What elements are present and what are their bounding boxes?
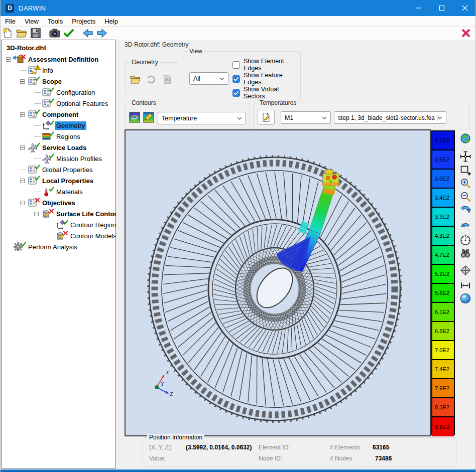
ok-check-icon bbox=[49, 87, 54, 92]
zoom-window-button[interactable] bbox=[459, 164, 471, 176]
zoom-out-button[interactable] bbox=[459, 191, 471, 203]
world-button[interactable] bbox=[459, 132, 471, 144]
zoom-in-icon bbox=[459, 178, 471, 190]
tree-item-info[interactable]: Info bbox=[2, 65, 115, 76]
tree-expander-icon[interactable] bbox=[6, 57, 11, 62]
open-geometry-button[interactable] bbox=[129, 73, 142, 86]
menubar: FileViewToolsProjectsHelp bbox=[1, 16, 476, 27]
tree-item-service-loads[interactable]: Service Loads bbox=[2, 142, 115, 153]
tree-item-mission-profiles[interactable]: Mission Profiles bbox=[2, 153, 115, 164]
tree-branch-line bbox=[34, 125, 41, 126]
tree-item-surface-life-contours[interactable]: Surface Life Contours bbox=[2, 208, 115, 219]
step-value: step 1, 3d_blade_slot2-sector.us.fea [1] bbox=[338, 114, 437, 121]
warning-icon bbox=[35, 65, 41, 70]
tree-item-global-properties[interactable]: Global Properties bbox=[2, 164, 115, 175]
shaded-sphere-button[interactable] bbox=[459, 292, 471, 304]
contour-variable-dropdown[interactable]: Temperature bbox=[158, 112, 246, 124]
menu-view[interactable]: View bbox=[20, 16, 43, 27]
tree-expander-icon[interactable] bbox=[20, 145, 25, 150]
geometry-group: Geometry bbox=[125, 62, 178, 93]
validate-button[interactable] bbox=[62, 27, 76, 40]
tree-expander-icon[interactable] bbox=[34, 212, 39, 216]
snapshot-button[interactable] bbox=[48, 27, 62, 40]
edit-temperatures-button[interactable] bbox=[258, 110, 275, 125]
move-button[interactable] bbox=[459, 264, 471, 276]
forward-arrow-button[interactable] bbox=[95, 27, 109, 40]
color-scale-band: 3.4E2 bbox=[432, 189, 454, 208]
menu-help[interactable]: Help bbox=[100, 16, 123, 27]
pan-center-button[interactable] bbox=[459, 150, 471, 163]
new-file-button[interactable] bbox=[1, 27, 15, 40]
save-button[interactable] bbox=[29, 27, 43, 40]
checkbox-show-element-edges[interactable]: Show Element Edges bbox=[232, 61, 300, 69]
tree-item-contour-models[interactable]: Contour Models bbox=[2, 230, 115, 241]
export-geometry-button[interactable] bbox=[161, 73, 174, 86]
tree-item-label: Assessment Definition bbox=[27, 55, 100, 64]
menu-tools[interactable]: Tools bbox=[43, 16, 67, 27]
rotate-ccw-button[interactable] bbox=[459, 218, 471, 230]
zoom-in-button[interactable] bbox=[459, 178, 471, 190]
reload-geometry-button[interactable] bbox=[145, 73, 158, 86]
checkbox-show-virtual-sectors[interactable]: Show Virtual Sectors bbox=[232, 89, 300, 97]
back-arrow-button[interactable] bbox=[81, 27, 95, 40]
menu-projects[interactable]: Projects bbox=[67, 16, 100, 27]
tree-branch-line bbox=[20, 170, 27, 170]
color-scale-band: 3.9E2 bbox=[432, 208, 454, 227]
menu-file[interactable]: File bbox=[1, 16, 20, 27]
checkbox-box[interactable] bbox=[232, 89, 240, 97]
tree-expander-icon[interactable] bbox=[20, 179, 25, 183]
tree-item-objectives[interactable]: Objectives bbox=[2, 197, 115, 208]
model-viewport[interactable]: XYZ bbox=[125, 129, 431, 436]
tree-item-regions[interactable]: Regions bbox=[2, 131, 115, 142]
color-scale-band: 4.7E2 bbox=[432, 246, 454, 265]
step-dropdown[interactable]: step 1, 3d_blade_slot2-sector.us.fea [1] bbox=[334, 111, 446, 124]
refresh-contours-button[interactable] bbox=[129, 111, 141, 123]
tree-item-label: Perform Analysis bbox=[27, 243, 79, 251]
xyz-label: (X, Y, Z): bbox=[149, 444, 172, 451]
edit-colormap-button[interactable] bbox=[143, 111, 155, 123]
tree-item-label: Scope bbox=[41, 77, 63, 86]
tree-item-assessment-definition[interactable]: Assessment Definition bbox=[2, 54, 115, 65]
find-button[interactable] bbox=[459, 247, 471, 259]
save-icon bbox=[30, 27, 42, 39]
tree-item-materials[interactable]: Materials bbox=[2, 186, 115, 197]
tree-expander-icon[interactable] bbox=[20, 201, 25, 205]
mission-dropdown[interactable]: M1 bbox=[281, 111, 331, 124]
tree-item-label: Info bbox=[41, 66, 55, 75]
measure-button[interactable] bbox=[459, 279, 471, 291]
checkbox-box[interactable] bbox=[232, 75, 240, 83]
maximize-button[interactable] bbox=[430, 0, 453, 16]
tree-item-perform-analysis[interactable]: Perform Analysis bbox=[2, 241, 115, 252]
ok-check-icon bbox=[35, 109, 40, 114]
tree-expander-icon[interactable] bbox=[20, 79, 25, 84]
checkbox-label: Show Virtual Sectors bbox=[244, 86, 300, 100]
minimize-button[interactable] bbox=[407, 0, 430, 16]
tree-item-optional-features[interactable]: Optional Features bbox=[2, 98, 115, 109]
tree-item-local-properties[interactable]: Local Properties bbox=[2, 175, 115, 186]
checkbox-box[interactable] bbox=[232, 61, 240, 69]
sector-filter-dropdown[interactable]: All bbox=[189, 72, 228, 85]
tree-item-label: Mission Profiles bbox=[55, 154, 103, 163]
close-view-icon bbox=[461, 28, 471, 38]
new-file-icon bbox=[2, 27, 14, 39]
tree-item-component[interactable]: Component bbox=[2, 109, 115, 120]
close-button[interactable] bbox=[453, 0, 476, 16]
tree-item-scope[interactable]: Scope bbox=[2, 76, 115, 87]
ok-check-icon bbox=[35, 176, 40, 181]
num-nodes-label: # Nodes bbox=[330, 455, 352, 462]
gauge-button[interactable] bbox=[459, 234, 471, 246]
rotate-cw-button[interactable] bbox=[459, 205, 471, 217]
open-folder-button[interactable] bbox=[15, 27, 29, 40]
tree-item-geometry[interactable]: Geometry bbox=[2, 120, 115, 131]
open-folder-icon bbox=[16, 27, 28, 39]
rotor-canvas: XYZ bbox=[126, 130, 430, 435]
tree-item-contour-regions[interactable]: Contour Regions bbox=[2, 219, 115, 230]
tree-item-configuration[interactable]: Configuration bbox=[2, 87, 115, 98]
checkbox-show-feature-edges[interactable]: Show Feature Edges bbox=[232, 75, 300, 83]
gauge-icon bbox=[459, 234, 471, 246]
world-icon bbox=[459, 132, 471, 144]
close-view-button[interactable] bbox=[459, 27, 472, 39]
tree-branch-line bbox=[48, 236, 55, 236]
color-scale-band: 4.3E2 bbox=[432, 227, 454, 246]
tree-expander-icon[interactable] bbox=[20, 112, 25, 117]
